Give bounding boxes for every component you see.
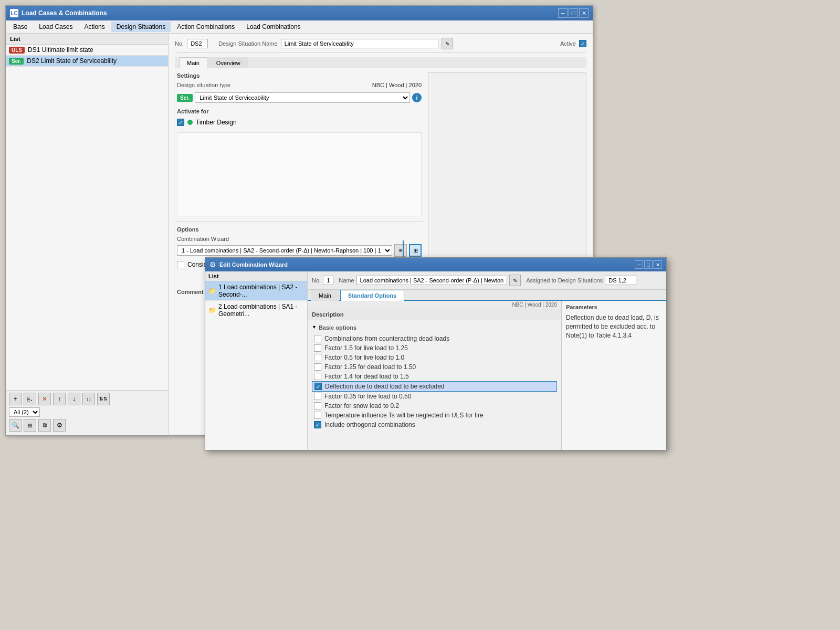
ds1-badge: ULS (9, 47, 25, 54)
menu-load-combinations[interactable]: Load Combinations (241, 22, 306, 32)
active-checkbox[interactable]: ✓ (579, 40, 586, 47)
opt9-checkbox[interactable] (314, 412, 321, 419)
active-field: Active ✓ (560, 40, 586, 47)
table-view-button[interactable]: ⊞ (24, 419, 36, 432)
menu-action-combinations[interactable]: Action Combinations (172, 22, 240, 32)
filter-button[interactable]: ⛓ (38, 419, 51, 432)
search-button[interactable]: 🔍 (9, 419, 22, 432)
dialog-close-button[interactable]: ✕ (654, 260, 662, 269)
timber-checkbox[interactable]: ✓ (177, 119, 184, 126)
inclusive-checkbox[interactable] (177, 261, 184, 268)
opt6-checkmark: ✓ (316, 384, 320, 390)
opt4-checkbox[interactable] (314, 363, 321, 371)
opt3-checkbox[interactable] (314, 354, 321, 361)
std-option-row-6[interactable]: ✓ Deflection due to dead load to be excl… (312, 381, 557, 392)
maximize-button[interactable]: □ (569, 8, 578, 18)
move-up-button[interactable]: ↑ (53, 393, 66, 405)
opt2-checkbox[interactable] (314, 344, 321, 352)
dialog-name-value[interactable]: Load combinations | SA2 - Second-order (… (356, 276, 508, 285)
no-field: No. DS2 (175, 39, 208, 48)
settings-dropdown[interactable]: Limit State of Serviceability (195, 92, 410, 103)
dialog-minimize-button[interactable]: ─ (635, 260, 643, 269)
parameters-text: Deflection due to dead load, D, is permi… (566, 313, 662, 340)
opt5-checkbox[interactable] (314, 373, 321, 380)
sort2-button[interactable]: ⇅⇅ (97, 393, 110, 405)
opt7-label: Factor 0.35 for live load to 0.50 (324, 393, 411, 400)
std-option-row-4[interactable]: Factor 1.25 for dead load to 1.50 (312, 362, 557, 372)
dialog-maximize-button[interactable]: □ (644, 260, 653, 269)
ds-name-edit-button[interactable]: ✎ (442, 38, 453, 49)
menu-actions[interactable]: Actions (79, 22, 110, 32)
opt7-checkbox[interactable] (314, 393, 321, 400)
dropdown-badge: Ser. (177, 94, 193, 102)
dialog-name-label: Name (339, 277, 354, 284)
wizard-label: Combination Wizard (177, 236, 422, 242)
settings-section: Settings Design situation type NBC | Woo… (175, 72, 424, 103)
parameters-title: Parameters (566, 304, 662, 310)
list-item-ds1[interactable]: ULS DS1 Ultimate limit state (6, 45, 168, 56)
std-option-row-5[interactable]: Factor 1.4 for dead load to 1.5 (312, 372, 557, 381)
opt6-checkbox[interactable]: ✓ (314, 383, 322, 390)
toolbar-row-3: 🔍 ⊞ ⛓ ⚙ (9, 419, 165, 432)
copy-button[interactable]: ⎘▾ (24, 393, 36, 405)
dialog-name-edit-button[interactable]: ✎ (509, 275, 521, 286)
add-button[interactable]: + (9, 393, 22, 405)
activate-section: Activate for ✓ Timber Design (175, 108, 424, 127)
dialog-list-label-1: 1 Load combinations | SA2 - Second-... (218, 284, 304, 298)
dialog-tab-main[interactable]: Main (311, 290, 339, 301)
dialog-title-bar: ⚙ Edit Combination Wizard ─ □ ✕ (205, 258, 666, 271)
description-col-header: Description (312, 311, 557, 318)
list-item-ds2[interactable]: Ser. DS2 Limit State of Serviceability (6, 56, 168, 67)
settings-button[interactable]: ⚙ (53, 419, 66, 432)
combo-wizard-row: 1 - Load combinations | SA2 - Second-ord… (177, 244, 422, 257)
sort-button[interactable]: ↕↕ (82, 393, 95, 405)
dialog-no-label: No. (312, 277, 321, 284)
edit-combination-wizard-dialog: ⚙ Edit Combination Wizard ─ □ ✕ List 📁 1… (205, 257, 667, 450)
dialog-header-row: No. 1 Name Load combinations | SA2 - Sec… (308, 271, 666, 290)
bottom-toolbar: + ⎘▾ ✕ ↑ ↓ ↕↕ ⇅⇅ All (2) 🔍 ⊞ ⛓ (6, 390, 168, 434)
std-option-row-9[interactable]: Temperature influence Ts will be neglect… (312, 411, 557, 420)
folder-icon-2: 📁 (208, 307, 216, 314)
move-down-button[interactable]: ↓ (68, 393, 80, 405)
main-window-title: Load Cases & Combinations (22, 9, 107, 17)
opt10-checkmark: ✓ (316, 422, 320, 428)
menu-bar: Base Load Cases Actions Design Situation… (6, 20, 593, 34)
all-count-select[interactable]: All (2) (9, 407, 40, 417)
wizard-select[interactable]: 1 - Load combinations | SA2 - Second-ord… (177, 245, 392, 256)
basic-options-header[interactable]: ▼ Basic options (312, 322, 557, 332)
std-option-row-8[interactable]: Factor for snow load to 0.2 (312, 401, 557, 411)
active-checkmark: ✓ (581, 41, 585, 47)
std-option-row-3[interactable]: Factor 0.5 for live load to 1.0 (312, 353, 557, 362)
opt1-checkbox[interactable] (314, 335, 321, 342)
timber-checkmark: ✓ (178, 120, 183, 125)
ds-name-value[interactable]: Limit State of Serviceability (281, 39, 438, 48)
opt10-checkbox[interactable]: ✓ (314, 421, 321, 428)
close-window-button[interactable]: ✕ (579, 8, 589, 18)
list-items: ULS DS1 Ultimate limit state Ser. DS2 Li… (6, 45, 168, 390)
menu-design-situations[interactable]: Design Situations (111, 22, 171, 32)
opt1-label: Combinations from counteracting dead loa… (324, 335, 449, 342)
std-option-row-1[interactable]: Combinations from counteracting dead loa… (312, 334, 557, 343)
dialog-tab-standard-options[interactable]: Standard Options (340, 290, 404, 301)
tab-main[interactable]: Main (179, 57, 207, 68)
menu-base[interactable]: Base (8, 22, 33, 32)
dialog-no-value: 1 (323, 276, 333, 285)
dialog-name-field: Name Load combinations | SA2 - Second-or… (339, 275, 521, 286)
settings-title: Settings (177, 72, 422, 79)
opt8-checkbox[interactable] (314, 402, 321, 410)
delete-button[interactable]: ✕ (38, 393, 51, 405)
menu-load-cases[interactable]: Load Cases (34, 22, 78, 32)
detail-header: No. DS2 Design Situation Name Limit Stat… (175, 38, 586, 53)
dialog-list-item-2[interactable]: 📁 2 Load combinations | SA1 - Geometri..… (205, 301, 307, 320)
std-option-row-10[interactable]: ✓ Include orthogonal combinations (312, 420, 557, 429)
dialog-assigned-field: Assigned to Design Situations DS 1,2 (526, 276, 636, 285)
wizard-edit-button[interactable]: ⊞ (409, 244, 422, 257)
tab-overview[interactable]: Overview (208, 57, 248, 68)
active-label: Active (560, 40, 576, 47)
info-button[interactable]: i (412, 93, 422, 102)
std-option-row-2[interactable]: Factor 1.5 for live load to 1.25 (312, 343, 557, 353)
dialog-app-icon: ⚙ (209, 260, 216, 269)
minimize-button[interactable]: ─ (558, 8, 568, 18)
std-option-row-7[interactable]: Factor 0.35 for live load to 0.50 (312, 392, 557, 401)
dialog-list-item-1[interactable]: 📁 1 Load combinations | SA2 - Second-... (205, 281, 307, 301)
